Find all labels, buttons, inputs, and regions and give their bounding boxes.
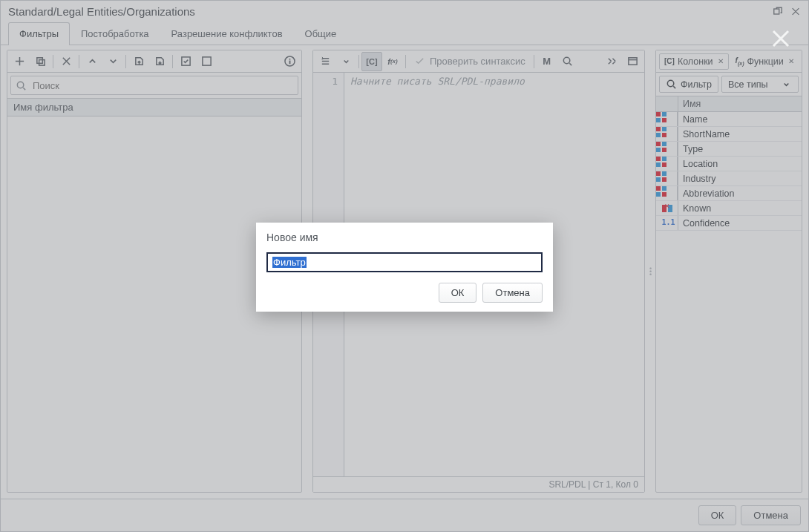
overlay-close-icon[interactable] [769,27,793,53]
rename-dialog: Новое имя Фильтр ОК Отмена [256,223,553,312]
dialog-cancel-button[interactable]: Отмена [482,283,543,303]
modal-overlay: Новое имя Фильтр ОК Отмена [0,0,809,532]
dialog-input-value: Фильтр [272,257,307,268]
dialog-buttons: ОК Отмена [266,283,543,303]
dialog-title: Новое имя [266,231,543,243]
dialog-name-input[interactable]: Фильтр [266,252,543,272]
dialog-ok-button[interactable]: ОК [439,283,477,303]
